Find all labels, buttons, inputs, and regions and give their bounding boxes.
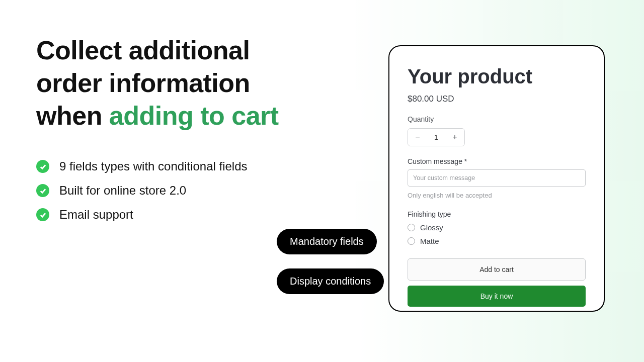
main-heading: Collect additional order information whe…	[36, 34, 348, 132]
feature-item: Built for online store 2.0	[36, 184, 348, 198]
finishing-option-glossy[interactable]: Glossy	[408, 223, 586, 232]
features-list: 9 fields types with conditional fields B…	[36, 159, 348, 222]
radio-icon	[408, 237, 415, 245]
custom-message-label: Custom message *	[408, 157, 586, 165]
product-price: $80.00 USD	[408, 94, 586, 104]
product-title: Your product	[408, 65, 586, 88]
heading-line-1: Collect additional	[36, 36, 250, 65]
display-conditions-pill: Display conditions	[277, 268, 384, 294]
check-icon	[36, 184, 49, 197]
heading-line-2: order information	[36, 68, 250, 98]
add-to-cart-button[interactable]: Add to cart	[408, 258, 586, 281]
buy-now-button[interactable]: Buy it now	[408, 286, 586, 307]
product-card: Your product $80.00 USD Quantity − 1 + C…	[388, 45, 605, 312]
mandatory-fields-pill: Mandatory fields	[277, 229, 377, 254]
finishing-option-matte[interactable]: Matte	[408, 237, 586, 245]
check-icon	[36, 160, 49, 173]
feature-text: 9 fields types with conditional fields	[59, 159, 248, 173]
quantity-stepper: − 1 +	[408, 128, 465, 146]
feature-text: Email support	[59, 208, 133, 222]
quantity-value: 1	[427, 133, 445, 141]
heading-line-3-prefix: when	[36, 101, 109, 130]
radio-icon	[408, 224, 415, 231]
quantity-increment-button[interactable]: +	[445, 129, 464, 146]
finishing-type-group: Finishing type Glossy Matte	[408, 210, 586, 245]
finishing-type-label: Finishing type	[408, 210, 586, 218]
check-icon	[36, 208, 49, 221]
quantity-label: Quantity	[408, 115, 586, 123]
feature-item: Email support	[36, 208, 348, 222]
heading-line-3-accent: adding to cart	[109, 101, 279, 130]
feature-text: Built for online store 2.0	[59, 184, 186, 198]
feature-item: 9 fields types with conditional fields	[36, 159, 348, 173]
custom-message-hint: Only english will be accepted	[408, 192, 586, 199]
radio-label: Matte	[420, 237, 439, 245]
quantity-decrement-button[interactable]: −	[408, 129, 427, 146]
radio-label: Glossy	[420, 223, 443, 232]
custom-message-input[interactable]	[408, 169, 586, 187]
